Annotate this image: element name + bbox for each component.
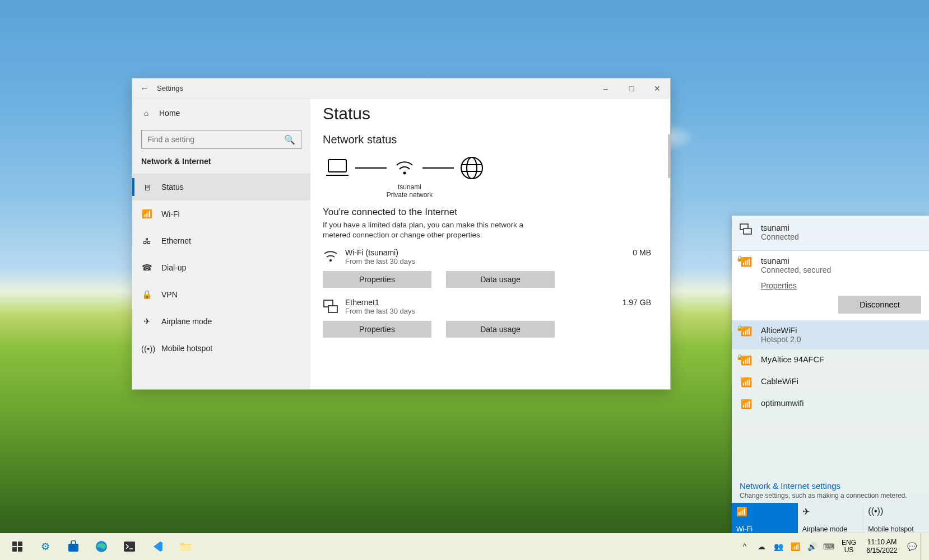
flyout-connected-name: tsunami bbox=[761, 223, 799, 232]
lock-icon: 🔒 bbox=[736, 325, 743, 331]
maximize-button[interactable]: □ bbox=[619, 78, 644, 99]
nav-item-hotspot[interactable]: ((•))Mobile hotspot bbox=[132, 335, 310, 362]
svg-rect-8 bbox=[744, 228, 751, 234]
ethernet-icon: 🖧 bbox=[141, 236, 152, 246]
dialup-icon: ☎ bbox=[141, 263, 152, 273]
ethernet-connected-icon bbox=[740, 223, 753, 241]
data-usage-button[interactable]: Data usage bbox=[446, 271, 555, 288]
start-button[interactable] bbox=[3, 533, 31, 560]
data-usage-button[interactable]: Data usage bbox=[446, 321, 555, 338]
tray-ime-icon[interactable]: ⌨ bbox=[820, 533, 837, 560]
wifi-icon: 🔒📶 bbox=[740, 326, 753, 337]
svg-point-4 bbox=[329, 259, 332, 262]
taskbar-edge[interactable] bbox=[87, 533, 115, 560]
tray-meetnow-icon[interactable]: 👥 bbox=[770, 533, 787, 560]
tile-airplane[interactable]: ✈Airplane mode bbox=[798, 503, 864, 536]
connected-title: You're connected to the Internet bbox=[323, 207, 659, 218]
taskbar-vscode[interactable] bbox=[143, 533, 171, 560]
search-input[interactable] bbox=[147, 135, 284, 144]
wifi-icon: 📶 bbox=[740, 399, 753, 409]
flyout-footer: Network & Internet settings Change setti… bbox=[732, 475, 929, 503]
tray-volume-icon[interactable]: 🔊 bbox=[803, 533, 820, 560]
back-button[interactable]: ← bbox=[132, 83, 157, 94]
adapter-usage: 0 MB bbox=[633, 248, 659, 257]
network-diagram bbox=[323, 156, 659, 180]
flyout-footer-hint: Change settings, such as making a connec… bbox=[740, 492, 921, 500]
taskbar-explorer[interactable] bbox=[171, 533, 199, 560]
lock-icon: 🔒 bbox=[736, 354, 743, 360]
nav-item-dialup[interactable]: ☎Dial-up bbox=[132, 254, 310, 281]
wifi-icon bbox=[323, 248, 345, 263]
settings-category: Network & Internet bbox=[132, 157, 310, 174]
svg-rect-9 bbox=[12, 542, 17, 546]
flyout-network-3[interactable]: 📶optimumwifi bbox=[732, 393, 929, 415]
connected-desc: If you have a limited data plan, you can… bbox=[323, 220, 547, 240]
laptop-icon bbox=[323, 156, 352, 180]
status-icon: 🖥 bbox=[141, 183, 152, 192]
diagram-caption: tsunami Private network bbox=[323, 183, 496, 199]
nav-item-ethernet[interactable]: 🖧Ethernet bbox=[132, 227, 310, 254]
nav-item-wifi[interactable]: 📶Wi-Fi bbox=[132, 200, 310, 227]
taskbar-terminal[interactable] bbox=[115, 533, 143, 560]
system-tray: ^ ☁ 👥 📶 🔊 ⌨ ENG US 11:10 AM 6/15/2022 💬 bbox=[736, 533, 926, 560]
content-pane: Status Network status tsunami Private ne… bbox=[310, 99, 670, 389]
svg-rect-6 bbox=[328, 306, 337, 312]
hotspot-icon: ((•)) bbox=[141, 344, 152, 353]
nav-item-vpn[interactable]: 🔒VPN bbox=[132, 281, 310, 308]
adapter-0: Wi-Fi (tsunami)From the last 30 days0 MB… bbox=[323, 248, 659, 288]
wifi-router-icon bbox=[390, 156, 419, 180]
tile-hotspot[interactable]: ((•))Mobile hotspot bbox=[863, 503, 929, 536]
titlebar: ← Settings – □ ✕ bbox=[132, 78, 670, 99]
network-flyout: tsunami Connected 🔒📶 tsunami Connected, … bbox=[732, 216, 929, 536]
tray-language[interactable]: ENG US bbox=[837, 539, 861, 554]
window-title: Settings bbox=[157, 84, 183, 92]
page-title: Status bbox=[323, 104, 659, 123]
nav-item-airplane[interactable]: ✈Airplane mode bbox=[132, 308, 310, 335]
taskbar-store[interactable] bbox=[59, 533, 87, 560]
sidebar: ⌂ Home 🔍 Network & Internet 🖥Status📶Wi-F… bbox=[132, 99, 310, 389]
wifi-icon: 📶 bbox=[141, 209, 152, 219]
tray-clock[interactable]: 11:10 AM 6/15/2022 bbox=[861, 538, 903, 555]
disconnect-button[interactable]: Disconnect bbox=[838, 296, 921, 314]
svg-rect-10 bbox=[18, 542, 22, 546]
taskbar-settings[interactable]: ⚙ bbox=[31, 533, 59, 560]
tray-action-center[interactable]: 💬 bbox=[903, 533, 920, 560]
flyout-current-network[interactable]: 🔒📶 tsunami Connected, secured Properties… bbox=[732, 251, 929, 320]
airplane-icon: ✈ bbox=[802, 506, 859, 517]
scrollbar-thumb[interactable] bbox=[668, 134, 670, 178]
flyout-connected-header[interactable]: tsunami Connected bbox=[732, 216, 929, 251]
flyout-properties-link[interactable]: Properties bbox=[761, 281, 921, 290]
properties-button[interactable]: Properties bbox=[323, 321, 431, 338]
settings-window: ← Settings – □ ✕ ⌂ Home 🔍 Network & Inte… bbox=[132, 78, 671, 390]
svg-point-1 bbox=[403, 172, 406, 175]
tray-onedrive-icon[interactable]: ☁ bbox=[753, 533, 770, 560]
network-settings-link[interactable]: Network & Internet settings bbox=[740, 481, 921, 491]
tray-network-icon[interactable]: 📶 bbox=[787, 533, 803, 560]
home-icon: ⌂ bbox=[141, 109, 151, 118]
svg-rect-0 bbox=[328, 160, 346, 172]
flyout-network-2[interactable]: 📶CableWiFi bbox=[732, 371, 929, 393]
nav-item-status[interactable]: 🖥Status bbox=[132, 174, 310, 200]
taskbar: ⚙ ^ ☁ 👥 📶 🔊 ⌨ ENG US 11:10 AM 6/15/2022 … bbox=[0, 533, 929, 560]
flyout-quick-tiles: 📶Wi-Fi✈Airplane mode((•))Mobile hotspot bbox=[732, 503, 929, 536]
minimize-button[interactable]: – bbox=[593, 78, 619, 99]
ethernet-icon bbox=[323, 298, 345, 314]
home-link[interactable]: ⌂ Home bbox=[132, 104, 310, 122]
svg-point-2 bbox=[461, 157, 482, 179]
search-box[interactable]: 🔍 bbox=[141, 130, 301, 149]
tile-wifi[interactable]: 📶Wi-Fi bbox=[732, 503, 798, 536]
svg-rect-11 bbox=[12, 547, 17, 552]
properties-button[interactable]: Properties bbox=[323, 271, 431, 288]
wifi-icon: 🔒📶 bbox=[740, 355, 753, 366]
airplane-icon: ✈ bbox=[141, 316, 152, 326]
svg-rect-15 bbox=[124, 542, 135, 552]
search-icon: 🔍 bbox=[284, 134, 295, 145]
wifi-icon: 📶 bbox=[740, 377, 753, 388]
close-button[interactable]: ✕ bbox=[644, 78, 670, 99]
adapter-1: Ethernet1From the last 30 days1.97 GBPro… bbox=[323, 298, 659, 338]
show-desktop[interactable] bbox=[920, 533, 926, 560]
flyout-network-1[interactable]: 🔒📶MyAltice 94AFCF bbox=[732, 349, 929, 371]
flyout-network-0[interactable]: 🔒📶AlticeWiFiHotspot 2.0 bbox=[732, 320, 929, 349]
tray-overflow[interactable]: ^ bbox=[736, 533, 753, 560]
svg-point-3 bbox=[467, 157, 477, 179]
